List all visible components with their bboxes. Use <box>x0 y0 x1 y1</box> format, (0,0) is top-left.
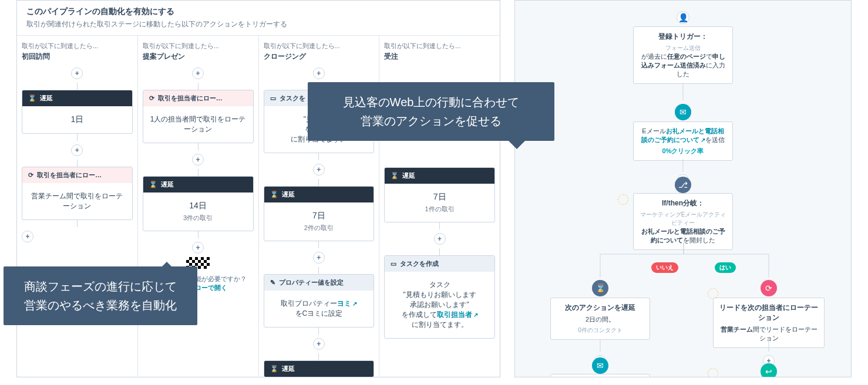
stage-prompt: 取引が以下に到達したら... <box>384 42 495 50</box>
mail-icon: ✉ <box>675 104 691 120</box>
branch-no-label: いいえ <box>651 262 678 273</box>
stage-name: 初回訪問 <box>22 52 133 62</box>
stage-column-initial-visit: 取引が以下に到達したら... 初回訪問 + ⌛遅延 1日 + ⟳取引を担当者にロ… <box>17 36 138 376</box>
stage-prompt: 取引が以下に到達したら... <box>22 42 133 50</box>
panel-subtitle: 取引が関連付けられた取引ステージに移動したら以下のアクションをトリガーする <box>26 19 490 29</box>
dashed-marker-icon <box>708 368 718 377</box>
rotate-icon: ⟳ <box>761 280 777 296</box>
stage-name: クロージング <box>264 52 375 62</box>
hourglass-icon: ⌛ <box>391 172 399 180</box>
hourglass-icon: ⌛ <box>270 191 278 198</box>
rotate-icon: ⟳ <box>28 171 33 179</box>
add-action-button[interactable]: + <box>71 67 83 79</box>
panel-header: このパイプラインの自動化を有効にする 取引が関連付けられた取引ステージに移動した… <box>17 1 500 36</box>
hourglass-icon: ⌛ <box>592 280 608 296</box>
delay-card[interactable]: ⌛遅延 7日2件の取引 <box>264 186 375 241</box>
user-icon: 👤 <box>677 11 689 24</box>
delay-node[interactable]: 次のアクションを遅延 2日の間。 0件のコンタクト <box>550 298 650 340</box>
delay-card[interactable]: ⌛遅延 <box>264 360 375 377</box>
stage-prompt: 取引が以下に到達したら... <box>143 42 254 50</box>
if-then-branch-node[interactable]: If/then分岐： マーケティングEメールアクティビティー お礼メールと電話相… <box>633 193 733 250</box>
add-action-button[interactable]: + <box>22 231 33 242</box>
task-icon: ▭ <box>270 94 276 102</box>
add-action-button[interactable]: + <box>434 233 446 245</box>
rotate-owner-card[interactable]: ⟳取引を担当者にロー… 営業チーム間で取引をローテーション <box>22 167 133 220</box>
mail-icon: ✉ <box>592 357 608 374</box>
create-task-card[interactable]: ▭タスクを作成 タスク "見積もりお願いします 承認お願いします" を作成して取… <box>384 255 495 339</box>
workflow-panel: 👤 登録トリガー： フォーム送信 が過去に任意のページで申し込みフォーム送信済み… <box>514 0 852 377</box>
hourglass-icon: ⌛ <box>28 94 36 102</box>
stage-name: 提案プレゼン <box>143 52 254 62</box>
branch-icon: ⎇ <box>675 177 691 193</box>
add-action-button[interactable]: + <box>71 144 83 156</box>
rotate-icon: ⟳ <box>149 94 154 102</box>
add-action-button[interactable]: + <box>313 252 325 264</box>
add-action-button[interactable]: + <box>313 67 325 79</box>
hourglass-icon: ⌛ <box>270 365 278 373</box>
delay-card[interactable]: ⌛遅延 14日3件の取引 <box>143 176 254 231</box>
add-action-button[interactable]: + <box>192 154 204 166</box>
add-action-button[interactable]: + <box>313 164 325 175</box>
annotation-tooltip-right: 見込客のWeb上の行動に合わせて 営業のアクションを促せる <box>308 82 554 141</box>
rotate-owner-card[interactable]: ⟳取引を担当者にロー… 1人の担当者間で取引をローテーション <box>143 90 254 143</box>
add-action-button[interactable]: + <box>192 67 204 79</box>
return-icon: ↩ <box>761 363 777 377</box>
assignee-link[interactable]: 取引担当者 <box>437 310 478 319</box>
set-property-card[interactable]: ✎プロパティー値を設定 取引プロパティーヨミ をCヨミに設定 <box>264 274 375 327</box>
task-icon: ▭ <box>391 260 396 268</box>
branch-yes-label: はい <box>715 262 736 273</box>
property-link[interactable]: ヨミ <box>337 299 357 308</box>
hourglass-icon: ⌛ <box>149 181 157 188</box>
send-email-node-2[interactable]: Eメール <box>550 374 650 377</box>
add-action-button[interactable]: + <box>313 338 325 350</box>
delay-card[interactable]: ⌛遅延 7日1件の取引 <box>384 167 495 222</box>
add-action-button[interactable]: + <box>192 242 204 254</box>
stage-column-proposal: 取引が以下に到達したら... 提案プレゼン + ⟳取引を担当者にロー… 1人の担… <box>138 36 259 376</box>
dashed-marker-icon <box>618 194 628 205</box>
enrollment-trigger-node[interactable]: 登録トリガー： フォーム送信 が過去に任意のページで申し込みフォーム送信済みに入… <box>633 26 733 84</box>
delay-card[interactable]: ⌛遅延 1日 <box>22 90 133 134</box>
panel-title: このパイプラインの自動化を有効にする <box>26 6 490 17</box>
send-email-node[interactable]: Eメールお礼メールと電話相談のご予約についてを送信 0%クリック率 <box>633 121 733 161</box>
edit-icon: ✎ <box>270 279 275 286</box>
stage-prompt: 取引が以下に到達したら... <box>264 42 375 50</box>
stage-name: 受注 <box>384 52 495 62</box>
annotation-tooltip-left: 商談フェーズの進行に応じて 営業のやるべき業務を自動化 <box>4 266 197 325</box>
